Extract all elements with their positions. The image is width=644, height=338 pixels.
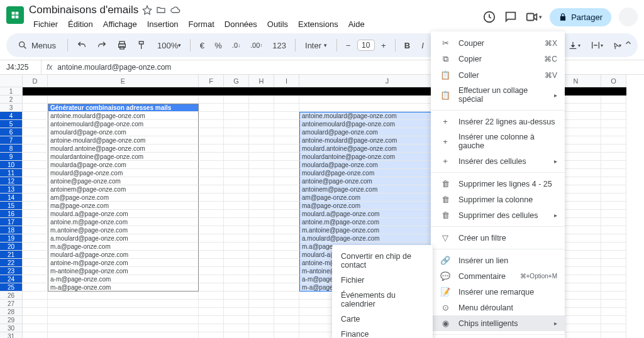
cell[interactable] xyxy=(224,144,249,153)
cell[interactable] xyxy=(601,120,626,128)
cell[interactable] xyxy=(249,332,274,338)
cell[interactable]: ma@page-onze.com xyxy=(48,202,199,210)
cell[interactable] xyxy=(224,267,249,275)
cell[interactable]: antoine-m@page-onze.com xyxy=(48,259,199,267)
cell[interactable] xyxy=(274,316,299,324)
cell[interactable] xyxy=(23,300,48,308)
cell[interactable] xyxy=(224,194,249,202)
cell[interactable] xyxy=(224,251,249,259)
cell[interactable] xyxy=(224,275,249,283)
cell[interactable] xyxy=(601,218,626,226)
cell[interactable] xyxy=(249,161,274,169)
menu-édition[interactable]: Édition xyxy=(64,18,97,31)
row-header[interactable]: 19 xyxy=(0,234,23,243)
cell[interactable] xyxy=(224,202,249,210)
row-header[interactable]: 2 xyxy=(0,95,23,104)
cell[interactable]: moulardantoine@page-onze.com xyxy=(48,153,199,161)
cell[interactable] xyxy=(249,243,274,251)
cell[interactable] xyxy=(199,251,224,259)
cell[interactable] xyxy=(274,292,299,300)
cell[interactable] xyxy=(274,120,299,128)
menu-delete-col[interactable]: 🗑Supprimer la colonne xyxy=(431,192,565,207)
cell[interactable] xyxy=(48,316,199,324)
col-header-O[interactable]: O xyxy=(601,75,626,87)
cell[interactable] xyxy=(601,112,626,120)
cell[interactable] xyxy=(23,202,48,210)
cell[interactable] xyxy=(48,95,199,104)
row-header[interactable]: 30 xyxy=(0,324,23,332)
cell[interactable] xyxy=(274,234,299,243)
row-header[interactable]: 27 xyxy=(0,300,23,308)
cell[interactable] xyxy=(199,95,224,104)
cell[interactable] xyxy=(23,332,48,338)
cell[interactable] xyxy=(48,308,199,316)
cell[interactable] xyxy=(249,251,274,259)
cell[interactable] xyxy=(274,95,299,104)
cell[interactable] xyxy=(224,283,249,292)
undo-button[interactable] xyxy=(73,38,91,53)
cell[interactable] xyxy=(224,136,249,144)
menu-delete-cells[interactable]: 🗑Supprimer des cellules▸ xyxy=(431,207,565,223)
row-header[interactable]: 17 xyxy=(0,218,23,226)
cell[interactable]: m.a@page-onze.com xyxy=(48,243,199,251)
cell[interactable] xyxy=(48,300,199,308)
submenu-file[interactable]: Fichier xyxy=(332,273,433,288)
cell[interactable] xyxy=(224,153,249,161)
cell[interactable] xyxy=(274,161,299,169)
row-header[interactable]: 26 xyxy=(0,292,23,300)
cell[interactable] xyxy=(274,324,299,332)
cell[interactable] xyxy=(199,136,224,144)
cell[interactable] xyxy=(199,104,224,112)
cell[interactable] xyxy=(601,169,626,177)
cell[interactable] xyxy=(199,87,224,95)
cell[interactable] xyxy=(48,292,199,300)
cell[interactable] xyxy=(224,243,249,251)
cell[interactable] xyxy=(274,300,299,308)
cell[interactable] xyxy=(23,169,48,177)
row-header[interactable]: 11 xyxy=(0,169,23,177)
menu-aide[interactable]: Aide xyxy=(344,18,369,31)
cell[interactable] xyxy=(249,259,274,267)
row-header[interactable]: 16 xyxy=(0,210,23,218)
cell[interactable] xyxy=(249,153,274,161)
v-align-button[interactable]: ▾ xyxy=(564,38,584,53)
cell[interactable] xyxy=(249,267,274,275)
cell[interactable] xyxy=(224,177,249,185)
cell[interactable] xyxy=(274,251,299,259)
cell[interactable] xyxy=(249,185,274,194)
cell[interactable]: antoine.m@page-onze.com xyxy=(48,218,199,226)
row-header[interactable]: 7 xyxy=(0,136,23,144)
menu-cut[interactable]: ✂Couper⌘X xyxy=(431,35,565,51)
font-select[interactable]: Inter ▾ xyxy=(301,39,331,52)
cloud-icon[interactable] xyxy=(170,5,181,15)
cell[interactable] xyxy=(48,87,199,95)
cell[interactable] xyxy=(601,104,626,112)
cell[interactable]: moulard@page-onze.com xyxy=(48,169,199,177)
cell[interactable] xyxy=(249,226,274,234)
currency-button[interactable]: € xyxy=(196,38,208,53)
cell[interactable] xyxy=(601,210,626,218)
cell[interactable] xyxy=(249,308,274,316)
row-header[interactable]: 24 xyxy=(0,275,23,283)
cell[interactable] xyxy=(249,177,274,185)
cell[interactable] xyxy=(199,210,224,218)
cell[interactable] xyxy=(601,292,626,300)
cell[interactable] xyxy=(274,283,299,292)
cell[interactable] xyxy=(48,332,199,338)
number-format-button[interactable]: 123 xyxy=(269,38,290,53)
cell[interactable] xyxy=(23,95,48,104)
cell[interactable] xyxy=(23,243,48,251)
row-header[interactable]: 21 xyxy=(0,251,23,259)
wrap-button[interactable]: ▾ xyxy=(587,38,607,53)
cell[interactable]: antoine@page-onze.com xyxy=(48,177,199,185)
cell[interactable] xyxy=(23,259,48,267)
cell[interactable] xyxy=(249,169,274,177)
row-header[interactable]: 20 xyxy=(0,243,23,251)
row-header[interactable]: 1 xyxy=(0,87,23,95)
cell[interactable] xyxy=(601,267,626,275)
cell[interactable]: m-antoine@page-onze.com xyxy=(48,267,199,275)
col-header-H[interactable]: H xyxy=(249,75,274,87)
cell[interactable] xyxy=(23,136,48,144)
cell[interactable] xyxy=(224,95,249,104)
cell[interactable] xyxy=(224,308,249,316)
